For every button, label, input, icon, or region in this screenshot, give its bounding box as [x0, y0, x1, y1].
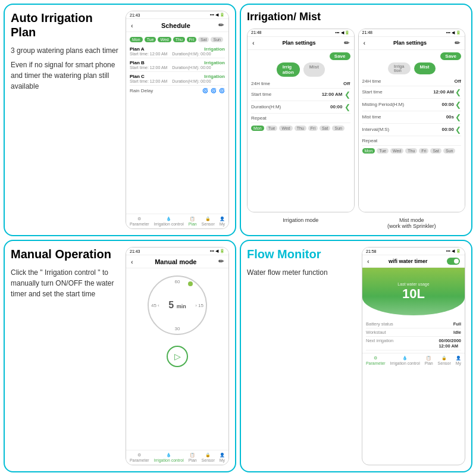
rain-icon-2[interactable]: 🌀 — [211, 88, 217, 93]
irr-edit-icon[interactable]: ✏ — [344, 39, 349, 47]
manual-sensor-label: Sensor — [202, 458, 215, 462]
back-arrow-icon[interactable]: ‹ — [131, 22, 133, 29]
footer-parameter[interactable]: ⚙Parameter — [130, 217, 149, 226]
manual-timer-circle[interactable]: 60 30 45 ‹ › 15 5 min — [148, 275, 207, 335]
mist-period-arrow[interactable]: ❮ — [455, 101, 461, 109]
mist-day-fri[interactable]: Fri — [419, 148, 428, 154]
mist-period-value: 00:00 — [442, 102, 454, 107]
mist-time-arrow[interactable]: ❮ — [455, 113, 461, 121]
flow-plan-icon: 📋 — [426, 356, 431, 361]
battery-status-row: Battery status Full — [366, 320, 461, 328]
schedule-header: ‹ Schedule ✏ — [126, 19, 228, 32]
circle-label-right: › 15 — [195, 303, 203, 308]
footer-plan[interactable]: 📋Plan — [189, 217, 197, 226]
flow-screen: 21:58 ▪▪▪ ◀ 🔋 ‹ wifi water timer Last wa… — [362, 247, 465, 465]
irr-day-mon[interactable]: Mon — [251, 126, 264, 131]
irrigation-mode-screen: 21:48 ▪▪▪ ◀ 🔋 ‹ Plan settings ✏ Save Irr — [247, 29, 355, 212]
mist-day-mon[interactable]: Mon — [362, 148, 375, 154]
mist-irrigation-btn[interactable]: Irrigation — [388, 62, 411, 74]
manual-footer-my[interactable]: 👤My — [220, 453, 225, 462]
day-thu[interactable]: Thu — [173, 37, 185, 42]
mist-period-label: Misting Period(H:M) — [362, 102, 405, 107]
workstaut-row: Workstaut Idle — [366, 328, 461, 337]
circle-label-top: 60 — [175, 279, 180, 284]
auto-irrigation-desc2: Even if no signal for smart phone and ti… — [11, 60, 121, 92]
irr-start-row: Start time 12:00 AM ❮ — [251, 89, 350, 101]
irr-title: Plan settings — [259, 40, 339, 46]
irr-repeat-row: Repeat — [251, 114, 350, 123]
mist-mode-btn[interactable]: Mist — [303, 62, 325, 77]
rain-icon-1[interactable]: 🌀 — [202, 88, 208, 93]
flow-sensor-label: Sensor — [438, 361, 451, 365]
footer-irrigation-ctrl[interactable]: 💧Irrigation control — [154, 217, 184, 226]
sensor-icon: 🔒 — [205, 217, 211, 221]
irr-save-btn[interactable]: Save — [330, 52, 350, 60]
day-sat[interactable]: Sat — [198, 37, 209, 42]
day-fri[interactable]: Fri — [187, 37, 196, 42]
flow-footer-parameter[interactable]: ⚙Parameter — [366, 356, 386, 365]
timer-minutes: 5 — [168, 300, 174, 310]
flow-param-label: Parameter — [366, 361, 386, 365]
manual-footer-parameter[interactable]: ⚙Parameter — [130, 453, 149, 462]
play-button-area: ▷ — [130, 340, 225, 373]
flow-monitor-text: Flow Monitor Water flow meter function — [247, 247, 357, 465]
manual-my-label: My — [220, 458, 225, 462]
day-tue[interactable]: Tue — [145, 37, 156, 42]
manual-footer-plan[interactable]: 📋Plan — [189, 453, 197, 462]
circle-label-bottom: 30 — [175, 326, 180, 331]
irrigation-mode-btn[interactable]: Irrigation — [277, 62, 300, 77]
irr-back-icon[interactable]: ‹ — [252, 39, 255, 46]
mist-start-label: Start time — [362, 89, 383, 95]
flow-footer-irrigation-ctrl[interactable]: 💧Irrigation control — [390, 356, 420, 365]
irr-24h-label: 24H time — [251, 81, 270, 86]
footer-sensor[interactable]: 🔒Sensor — [202, 217, 215, 226]
manual-footer-sensor[interactable]: 🔒Sensor — [202, 453, 215, 462]
manual-back-icon[interactable]: ‹ — [131, 258, 133, 265]
flow-footer-sensor[interactable]: 🔒Sensor — [438, 356, 451, 365]
mist-save-btn[interactable]: Save — [440, 52, 461, 60]
irr-day-sun[interactable]: Sun — [332, 126, 344, 131]
manual-sensor-icon: 🔒 — [205, 453, 211, 458]
mist-edit-icon[interactable]: ✏ — [455, 39, 460, 47]
my-label: My — [220, 222, 225, 226]
manual-timer-value: 5 min — [168, 300, 186, 311]
circle-label-left: 45 ‹ — [151, 303, 159, 308]
irr-day-tue[interactable]: Tue — [266, 126, 278, 131]
irr-day-thu[interactable]: Thu — [295, 126, 306, 131]
footer-my[interactable]: 👤My — [220, 217, 225, 226]
mist-time: 21:48 — [362, 30, 373, 35]
edit-icon[interactable]: ✏ — [218, 21, 224, 29]
wifi-toggle[interactable] — [447, 258, 460, 265]
mist-title: Plan settings — [370, 40, 450, 46]
plan-a-type: Irrigation — [204, 46, 225, 52]
mist-start-arrow[interactable]: ❮ — [455, 88, 461, 96]
mist-day-thu[interactable]: Thu — [405, 148, 417, 154]
play-button[interactable]: ▷ — [167, 346, 188, 367]
plan-b-type: Irrigation — [204, 60, 225, 65]
auto-irrigation-text: Auto Irrigation Plan 3 group watering pl… — [11, 11, 121, 229]
flow-footer-my[interactable]: 👤My — [456, 356, 461, 365]
rain-icon-3[interactable]: 🌀 — [219, 88, 225, 93]
mist-day-sun[interactable]: Sun — [443, 148, 455, 154]
irr-day-wed[interactable]: Wed — [279, 126, 292, 131]
mist-status: ▪▪▪ ◀ 🔋 — [446, 30, 461, 35]
irr-day-sat[interactable]: Sat — [320, 126, 331, 131]
plan-a-row: Plan AIrrigation Start time: 12:00 AM Du… — [130, 45, 225, 58]
mist-day-sat[interactable]: Sat — [430, 148, 441, 154]
day-mon[interactable]: Mon — [130, 37, 143, 42]
manual-edit-icon[interactable]: ✏ — [218, 258, 224, 265]
flow-footer-plan[interactable]: 📋Plan — [425, 356, 433, 365]
day-wed[interactable]: Wed — [158, 37, 171, 42]
manual-circle-area: 60 30 45 ‹ › 15 5 min — [130, 271, 225, 340]
irr-start-value: 12:00 AM — [322, 92, 343, 97]
mist-day-tue[interactable]: Tue — [377, 148, 389, 154]
mist-interval-arrow[interactable]: ❮ — [455, 126, 461, 134]
manual-footer-irrigation-ctrl[interactable]: 💧Irrigation control — [154, 453, 184, 462]
day-sun[interactable]: Sun — [211, 37, 223, 42]
irr-day-fri[interactable]: Fri — [308, 126, 318, 131]
irr-start-arrow[interactable]: ❮ — [345, 90, 350, 99]
irr-duration-arrow[interactable]: ❮ — [345, 103, 350, 111]
mist-day-wed[interactable]: Wed — [390, 148, 403, 154]
mist-mist-btn[interactable]: Mist — [414, 62, 436, 74]
mist-back-icon[interactable]: ‹ — [364, 39, 366, 46]
